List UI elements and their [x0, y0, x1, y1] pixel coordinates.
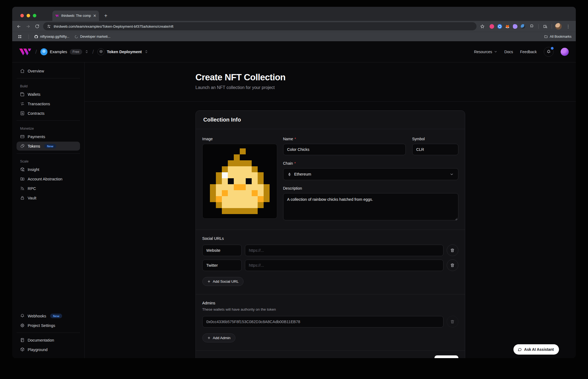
description-textarea[interactable]: A collection of rainbow chicks hatched f… — [283, 193, 458, 220]
ethereum-icon — [288, 172, 291, 176]
chrome-profile-avatar[interactable] — [555, 23, 562, 30]
bookmark-label: Developer marketi... — [80, 35, 110, 39]
sidebar-item-webhooks[interactable]: Webhooks New — [17, 311, 80, 320]
collection-image-upload[interactable] — [202, 144, 277, 219]
feedback-link[interactable]: Feedback — [520, 50, 537, 54]
team-name: Examples — [50, 50, 67, 54]
back-icon[interactable] — [15, 23, 22, 30]
bookmark-item-niftyswap[interactable]: niftyswap.gg/Nifty... — [34, 35, 69, 39]
plus-icon — [207, 336, 211, 340]
social-url-input[interactable] — [245, 245, 443, 256]
chain-select[interactable]: Ethereum — [283, 168, 458, 180]
site-info-icon[interactable] — [47, 24, 51, 28]
new-tab-button[interactable]: + — [102, 12, 109, 19]
sidebar-item-project-settings[interactable]: Project Settings — [17, 321, 80, 330]
team-switcher[interactable]: Examples Free — [40, 48, 89, 55]
extension-icon-blue[interactable] — [497, 24, 502, 29]
sidebar-item-insight[interactable]: Insight — [17, 165, 80, 174]
extensions-puzzle-icon[interactable] — [529, 23, 535, 30]
page-subtitle: Launch an NFT collection for your projec… — [196, 85, 465, 90]
team-avatar — [40, 48, 47, 55]
wallet-icon — [20, 92, 25, 97]
sidebar-item-label: Insight — [28, 167, 39, 172]
social-platform-input[interactable] — [202, 260, 242, 271]
sidebar-item-transactions[interactable]: Transactions — [17, 99, 80, 108]
add-admin-button[interactable]: Add Admin — [202, 333, 235, 342]
thirdweb-logo[interactable] — [19, 48, 32, 56]
trash-icon — [450, 263, 455, 267]
ask-ai-assistant-button[interactable]: Ask AI Assistant — [513, 344, 559, 355]
gear-icon — [20, 323, 25, 328]
browser-tab[interactable]: thirdweb: The complete web3 ✕ — [52, 11, 99, 21]
description-wrap: A collection of rainbow chicks hatched f… — [283, 193, 458, 221]
apps-grid-icon[interactable] — [17, 33, 23, 40]
extension-icon-clock[interactable] — [521, 24, 525, 29]
sidebar-item-playground[interactable]: Playground — [17, 345, 80, 354]
sidebar-spacer — [17, 203, 80, 311]
app-header: / Examples Free / Token Deployment — [12, 41, 576, 62]
admin-address-input[interactable] — [202, 316, 443, 327]
docs-label: Docs — [504, 50, 513, 54]
next-button[interactable]: Next — [434, 355, 458, 358]
url-bar[interactable]: thirdweb.com/team/examples/Token-Deploym… — [43, 22, 477, 30]
sidebar-item-label: Payments — [28, 135, 45, 139]
toolbar-divider — [538, 24, 539, 29]
sidebar-item-account-abstraction[interactable]: Account Abstraction — [17, 174, 80, 183]
page-header: Create NFT Collection Launch an NFT coll… — [85, 62, 576, 102]
new-badge: New — [50, 314, 62, 318]
required-asterisk: * — [295, 137, 296, 141]
card-title: Collection Info — [196, 111, 465, 129]
metamask-extension-icon[interactable]: 🦊 — [505, 24, 510, 28]
plus-icon — [207, 280, 211, 283]
account-avatar[interactable] — [561, 48, 569, 56]
new-badge: New — [44, 144, 56, 148]
sidebar-item-label: Webhooks — [28, 314, 46, 318]
delete-social-url-button[interactable] — [447, 259, 458, 271]
add-social-url-button[interactable]: Add Social URL — [202, 277, 244, 286]
resources-label: Resources — [474, 50, 492, 54]
sidebar-item-label: Vault — [28, 196, 36, 200]
extension-icon-purple[interactable] — [513, 24, 517, 29]
sidebar-item-overview[interactable]: Overview — [17, 66, 80, 75]
name-label: Name — [283, 137, 293, 141]
social-platform-input[interactable] — [202, 245, 242, 256]
extension-icon-pink[interactable] — [490, 24, 494, 29]
sidebar-item-rpc[interactable]: RPC — [17, 184, 80, 193]
sidebar-item-vault[interactable]: Vault — [17, 193, 80, 202]
symbol-input[interactable] — [412, 144, 458, 155]
card-footer: Next — [196, 351, 465, 358]
delete-social-url-button[interactable] — [447, 244, 458, 256]
project-switcher[interactable]: Token Deployment — [97, 48, 148, 55]
sidebar-item-contracts[interactable]: Contracts — [17, 109, 80, 118]
book-icon — [20, 338, 25, 342]
zoom-window-button[interactable] — [33, 14, 36, 17]
sidebar-item-wallets[interactable]: Wallets — [17, 90, 80, 99]
chevron-down-icon — [450, 172, 454, 176]
github-icon — [34, 35, 38, 39]
docs-link[interactable]: Docs — [504, 50, 513, 54]
minimize-window-button[interactable] — [27, 14, 30, 17]
delete-admin-button[interactable] — [447, 316, 458, 327]
chrome-menu-icon[interactable]: ⋮ — [565, 23, 571, 30]
tab-close-icon[interactable]: ✕ — [93, 14, 96, 18]
close-window-button[interactable] — [20, 14, 24, 17]
name-input[interactable] — [283, 144, 406, 155]
notifications-button[interactable] — [544, 47, 554, 57]
sidebar-divider — [17, 333, 80, 333]
chevron-down-icon — [494, 50, 497, 53]
resources-menu[interactable]: Resources — [474, 50, 497, 54]
sidebar-item-label: Playground — [28, 348, 47, 352]
sidebar-item-payments[interactable]: Payments — [17, 132, 80, 141]
forward-icon[interactable] — [25, 23, 31, 30]
all-bookmarks-button[interactable]: All Bookmarks — [544, 35, 571, 39]
social-url-input[interactable] — [245, 260, 443, 271]
sidebar-divider — [17, 120, 80, 121]
tab-search-icon[interactable] — [542, 23, 548, 30]
sidebar-item-label: Account Abstraction — [28, 177, 62, 181]
bookmark-star-icon[interactable] — [479, 23, 486, 30]
bookmark-item-developer[interactable]: Developer marketi... — [75, 35, 110, 39]
reload-icon[interactable] — [34, 23, 40, 30]
chain-value: Ethereum — [294, 172, 311, 176]
sidebar-item-tokens[interactable]: Tokens New — [17, 142, 80, 151]
sidebar-item-documentation[interactable]: Documentation — [17, 336, 80, 345]
